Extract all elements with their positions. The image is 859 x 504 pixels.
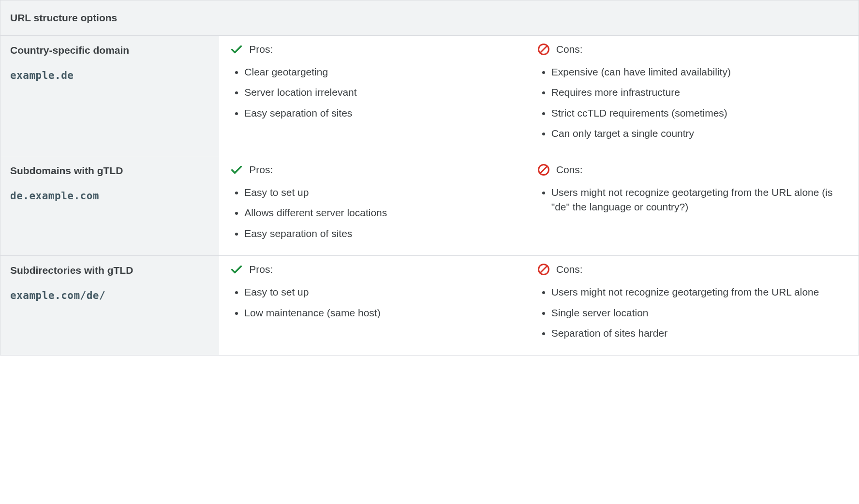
table-header-text: URL structure options (10, 12, 117, 23)
pros-list: Clear geotargeting Server location irrel… (230, 62, 527, 123)
table-row: Subdirectories with gTLD example.com/de/… (0, 256, 859, 356)
list-item: Users might not recognize geotargeting f… (551, 282, 849, 302)
list-item: Low maintenance (same host) (244, 303, 527, 323)
option-cell: Subdomains with gTLD de.example.com (0, 156, 219, 255)
list-item: Easy to set up (244, 282, 527, 302)
list-item: Easy separation of sites (244, 223, 527, 244)
check-icon (230, 43, 243, 56)
pros-label: Pros: (249, 264, 273, 275)
svg-line-3 (540, 166, 547, 173)
list-item: Single server location (551, 303, 849, 323)
cons-label: Cons: (556, 264, 583, 275)
check-icon (230, 263, 243, 276)
pros-head: Pros: (230, 43, 527, 56)
table-header: URL structure options (0, 0, 859, 36)
option-title: Country-specific domain (10, 44, 209, 56)
cons-head: Cons: (537, 43, 849, 56)
option-title: Subdirectories with gTLD (10, 265, 209, 276)
list-item: Strict ccTLD requirements (sometimes) (551, 103, 849, 123)
list-item: Easy to set up (244, 182, 527, 203)
pros-label: Pros: (249, 164, 273, 176)
option-title: Subdomains with gTLD (10, 165, 209, 177)
pros-list: Easy to set up Low maintenance (same hos… (230, 282, 527, 323)
prohibit-icon (537, 163, 550, 177)
pros-list: Easy to set up Allows different server l… (230, 182, 527, 244)
cons-head: Cons: (537, 163, 849, 177)
list-item: Server location irrelevant (244, 82, 527, 103)
list-item: Easy separation of sites (244, 103, 527, 123)
svg-line-1 (540, 46, 547, 53)
cons-list: Expensive (can have limited availability… (537, 62, 849, 144)
list-item: Allows different server locations (244, 203, 527, 223)
cons-cell: Cons: Expensive (can have limited availa… (537, 36, 859, 156)
option-example: example.com/de/ (10, 290, 209, 301)
pros-head: Pros: (230, 163, 527, 177)
cons-cell: Cons: Users might not recognize geotarge… (537, 156, 859, 255)
pros-cell: Pros: Easy to set up Low maintenance (sa… (219, 256, 536, 355)
cons-label: Cons: (556, 164, 583, 176)
pros-cell: Pros: Clear geotargeting Server location… (219, 36, 536, 156)
list-item: Expensive (can have limited availability… (551, 62, 849, 82)
prohibit-icon (537, 43, 550, 56)
list-item: Requires more infrastructure (551, 82, 849, 103)
table-row: Country-specific domain example.de Pros:… (0, 36, 859, 156)
list-item: Can only target a single country (551, 123, 849, 144)
svg-line-5 (540, 266, 547, 273)
pros-label: Pros: (249, 44, 273, 55)
cons-list: Users might not recognize geotargeting f… (537, 282, 849, 343)
option-example: de.example.com (10, 190, 209, 202)
cons-list: Users might not recognize geotargeting f… (537, 182, 849, 218)
pros-cell: Pros: Easy to set up Allows different se… (219, 156, 536, 255)
list-item: Clear geotargeting (244, 62, 527, 82)
cons-head: Cons: (537, 263, 849, 276)
url-structure-table: URL structure options Country-specific d… (0, 0, 859, 356)
option-cell: Country-specific domain example.de (0, 36, 219, 156)
option-example: example.de (10, 70, 209, 81)
check-icon (230, 163, 243, 177)
cons-cell: Cons: Users might not recognize geotarge… (537, 256, 859, 355)
table-row: Subdomains with gTLD de.example.com Pros… (0, 156, 859, 256)
list-item: Separation of sites harder (551, 323, 849, 343)
list-item: Users might not recognize geotargeting f… (551, 182, 849, 218)
cons-label: Cons: (556, 44, 583, 55)
pros-head: Pros: (230, 263, 527, 276)
prohibit-icon (537, 263, 550, 276)
option-cell: Subdirectories with gTLD example.com/de/ (0, 256, 219, 355)
